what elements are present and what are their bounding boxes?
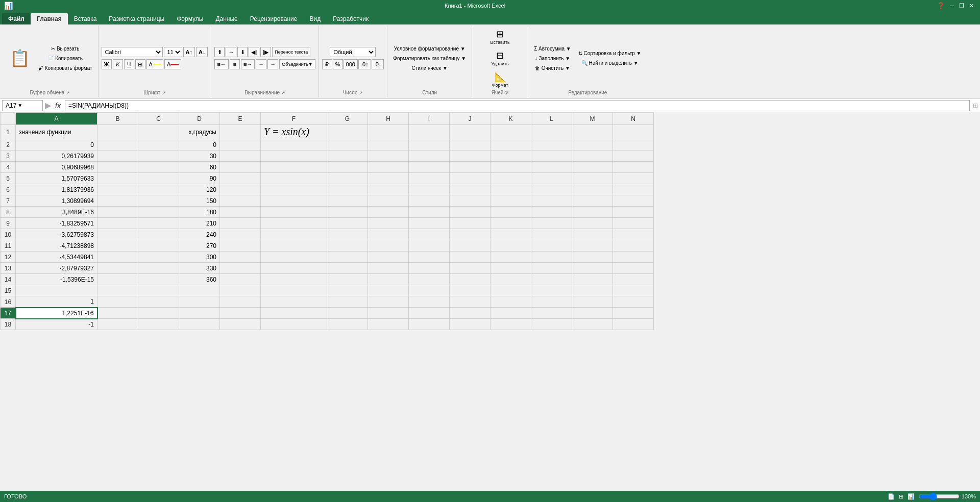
row-header-10[interactable]: 10 [1,229,16,240]
cell-C10[interactable] [138,229,179,240]
spreadsheet-scroll[interactable]: A B C D E F G H I J K L M N 1значения фу… [0,112,980,502]
cell-E8[interactable] [220,207,261,218]
cell-K12[interactable] [491,252,531,263]
cell-K14[interactable] [491,274,531,285]
cell-N10[interactable] [613,229,654,240]
cell-G4[interactable] [327,162,368,173]
font-color-button[interactable]: A [164,59,181,69]
cell-G2[interactable] [327,139,368,150]
cell-I2[interactable] [409,139,450,150]
cell-L9[interactable] [531,218,572,229]
cell-H15[interactable] [368,285,409,296]
cell-L6[interactable] [531,184,572,195]
cell-E4[interactable] [220,162,261,173]
cell-J2[interactable] [450,139,491,150]
cell-M4[interactable] [572,162,613,173]
cell-E2[interactable] [220,139,261,150]
col-header-L[interactable]: L [531,113,572,125]
align-center-button[interactable]: ≡ [230,59,240,69]
cell-F12[interactable] [261,252,327,263]
sort-filter-button[interactable]: ⇅ Сортировка и фильтр ▼ [576,49,644,58]
cell-B11[interactable] [97,240,138,252]
cell-K9[interactable] [491,218,531,229]
cell-A16[interactable]: 1 [16,296,97,308]
cell-C5[interactable] [138,173,179,184]
thousands-button[interactable]: 000 [344,59,358,69]
cell-C18[interactable] [138,319,179,330]
cell-H4[interactable] [368,162,409,173]
cell-D5[interactable]: 90 [179,173,220,184]
cell-D15[interactable] [179,285,220,296]
border-button[interactable]: ⊞ [135,59,145,69]
cell-B10[interactable] [97,229,138,240]
merge-center-button[interactable]: Объединить▼ [279,59,315,69]
autosum-button[interactable]: Σ Автосумма ▼ [531,44,574,53]
cell-G10[interactable] [327,229,368,240]
cell-H2[interactable] [368,139,409,150]
cell-D9[interactable]: 210 [179,218,220,229]
cell-K16[interactable] [491,296,531,308]
cell-N6[interactable] [613,184,654,195]
cell-C2[interactable] [138,139,179,150]
cell-B16[interactable] [97,296,138,308]
paste-button[interactable]: 📋 [5,47,35,69]
cell-C16[interactable] [138,296,179,308]
cell-J8[interactable] [450,207,491,218]
cell-N16[interactable] [613,296,654,308]
row-header-7[interactable]: 7 [1,195,16,207]
cell-K5[interactable] [491,173,531,184]
indent-increase-button[interactable]: |▶ [260,47,271,57]
cell-N9[interactable] [613,218,654,229]
col-header-A[interactable]: A [16,113,97,125]
cell-I1[interactable] [409,125,450,139]
cell-G13[interactable] [327,263,368,274]
cell-A17[interactable]: 1,2251E-16 [16,308,97,319]
minimize-button[interactable]: ─ [948,2,956,9]
cell-J15[interactable] [450,285,491,296]
cell-K7[interactable] [491,195,531,207]
page-layout-icon[interactable]: 📄 [888,493,895,500]
italic-button[interactable]: К [113,59,123,69]
cell-L5[interactable] [531,173,572,184]
cell-E5[interactable] [220,173,261,184]
cell-D7[interactable]: 150 [179,195,220,207]
cell-E9[interactable] [220,218,261,229]
cell-I9[interactable] [409,218,450,229]
cell-E16[interactable] [220,296,261,308]
cell-I13[interactable] [409,263,450,274]
cell-A18[interactable]: -1 [16,319,97,330]
cell-D4[interactable]: 60 [179,162,220,173]
find-select-button[interactable]: 🔍 Найти и выделить ▼ [576,59,644,67]
cell-J17[interactable] [450,308,491,319]
cell-C15[interactable] [138,285,179,296]
cell-J5[interactable] [450,173,491,184]
cell-D14[interactable]: 360 [179,274,220,285]
cell-H7[interactable] [368,195,409,207]
cell-M15[interactable] [572,285,613,296]
close-button[interactable]: ✕ [967,2,976,9]
col-header-C[interactable]: C [138,113,179,125]
col-header-F[interactable]: F [261,113,327,125]
cell-N18[interactable] [613,319,654,330]
cell-C13[interactable] [138,263,179,274]
cell-N13[interactable] [613,263,654,274]
col-header-M[interactable]: M [572,113,613,125]
col-header-H[interactable]: H [368,113,409,125]
cell-J14[interactable] [450,274,491,285]
col-header-I[interactable]: I [409,113,450,125]
format-painter-button[interactable]: 🖌 Копировать формат [36,64,95,72]
cell-G16[interactable] [327,296,368,308]
cell-D18[interactable] [179,319,220,330]
cell-K6[interactable] [491,184,531,195]
align-top-button[interactable]: ⬆ [214,47,225,57]
col-header-D[interactable]: D [179,113,220,125]
cell-B3[interactable] [97,150,138,162]
row-header-4[interactable]: 4 [1,162,16,173]
cell-J16[interactable] [450,296,491,308]
decrease-decimal-button[interactable]: .0↓ [372,59,384,69]
decrease-font-button[interactable]: A↓ [196,47,208,57]
row-header-18[interactable]: 18 [1,319,16,330]
cell-I10[interactable] [409,229,450,240]
cell-A12[interactable]: -4,53449841 [16,252,97,263]
font-family-select[interactable]: Calibri [102,47,163,57]
